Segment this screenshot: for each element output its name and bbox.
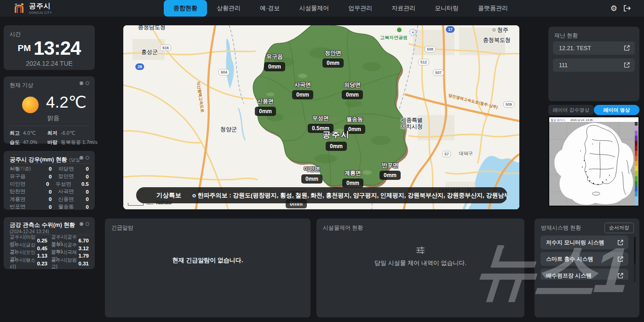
nav-tab[interactable]: 시설물제어 bbox=[289, 0, 339, 17]
weather-stat: 최저-6.0℃ bbox=[47, 130, 98, 137]
radar-tab[interactable]: 레이더 영상 bbox=[594, 105, 639, 115]
map-region-rainfall-label: 의당면 0mm bbox=[342, 81, 363, 99]
system-panel-title: 방재시스템 현황 bbox=[541, 224, 581, 232]
emergency-alarm-panel: 긴급알람 현재 긴급알람이 없습니다. bbox=[105, 218, 310, 317]
map-region-rainfall-label: 반포면 0mm bbox=[380, 161, 401, 180]
map-city-label: 대덕구 bbox=[459, 150, 473, 157]
carousel-dot[interactable] bbox=[80, 156, 83, 160]
external-link-icon[interactable] bbox=[623, 45, 630, 52]
sun-weather-icon bbox=[22, 97, 39, 113]
disaster-status-panel: 재난 현황 12.21. TEST 111 bbox=[548, 27, 639, 101]
gongju-city-logo-icon bbox=[13, 2, 25, 14]
carousel-dot[interactable] bbox=[86, 81, 89, 85]
carousel-dot[interactable] bbox=[80, 81, 83, 85]
current-date: 2024.12.24 TUE bbox=[4, 60, 95, 67]
top-navigation-bar: 공주시 GONGJU CITY 종합현황 상황관리 예·경보 시설물제어 업무관… bbox=[0, 0, 644, 17]
map-city-label: 홍성군 bbox=[141, 48, 158, 56]
logout-icon[interactable] bbox=[623, 5, 631, 12]
time-meridiem: PM bbox=[18, 43, 31, 53]
nav-tab[interactable]: 종합현황 bbox=[164, 0, 207, 17]
highway-name-label: 당진영덕고속도로(청주·상주) bbox=[448, 93, 498, 110]
settings-gear-icon[interactable]: ⚙ bbox=[610, 5, 617, 12]
map-region-rainfall-label: 정안면 0mm bbox=[322, 49, 344, 68]
road-number-shield: 507 bbox=[433, 69, 444, 76]
map-city-label: 고복자연공원 bbox=[380, 34, 408, 41]
waterlevel-panel-title: 금강 관측소 수위(m) 현황 bbox=[10, 222, 75, 228]
logo-subtitle: GONGJU CITY bbox=[29, 11, 52, 14]
external-link-icon[interactable] bbox=[623, 62, 630, 69]
rainfall-table: 시청0의당면0 유구읍0정안면0 이인면0우성면0.5 탄천면0사곡면0 계룡면… bbox=[10, 165, 89, 211]
nav-tab[interactable]: 업무관리 bbox=[339, 0, 382, 17]
weather-stat: 최고4.0℃ bbox=[10, 130, 47, 137]
alarm-empty-message: 현재 긴급알람이 없습니다. bbox=[105, 256, 310, 264]
road-number-shield: 509 bbox=[503, 101, 514, 108]
map-region-rainfall-label: 유구읍 0mm bbox=[264, 53, 285, 71]
map-region-rainfall-label: 신풍면 0mm bbox=[255, 98, 276, 116]
system-scrollbar bbox=[634, 237, 636, 282]
sliders-icon bbox=[415, 245, 426, 255]
weather-stat: 습도47.0% bbox=[10, 139, 47, 146]
map-scale-bar bbox=[128, 203, 144, 206]
weather-stat: 바람동북동풍 1.7m/s bbox=[47, 139, 98, 146]
road-number-shield: 512 bbox=[418, 59, 429, 65]
dashboard-root: 공주시 GONGJU CITY 종합현황 상황관리 예·경보 시설물제어 업무관… bbox=[0, 0, 644, 322]
external-link-icon[interactable] bbox=[617, 256, 624, 263]
carousel-dot[interactable] bbox=[86, 156, 89, 160]
rainfall-row: 이인면0우성면0.5 bbox=[10, 180, 89, 188]
waterlevel-panel-subtitle: (2024-12-24 13:24) bbox=[10, 229, 81, 234]
carousel-dot[interactable] bbox=[80, 222, 83, 226]
weather-stats: 최고4.0℃ 최저-6.0℃ 습도47.0% 바람동북동풍 1.7m/s bbox=[10, 130, 90, 146]
map-city-label: 청양군 bbox=[220, 126, 237, 133]
kakao-logo[interactable]: kakao bbox=[156, 199, 172, 206]
rainfall-row: 유구읍0정안면0 bbox=[10, 173, 89, 181]
external-link-icon[interactable] bbox=[617, 239, 624, 246]
radar-image: 합성 레이더 2024.12.24. 13:45 bbox=[548, 116, 639, 207]
system-item[interactable]: 배수펌프장 시스템 bbox=[540, 269, 628, 280]
nav-tab[interactable]: 상황관리 bbox=[207, 0, 250, 17]
road-number-shield: 616 bbox=[160, 45, 171, 51]
save-order-button[interactable]: 순서저장 bbox=[604, 223, 634, 233]
weather-alert-ticker: 기상특보 o 한파주의보 : 강원도(평창평지, 횡성, 철원, 화천, 홍천평… bbox=[136, 187, 507, 203]
nav-tab[interactable]: 플랫폼관리 bbox=[468, 0, 518, 17]
svg-text:합성 레이더: 합성 레이더 bbox=[551, 119, 565, 122]
road-number-shield: 29 bbox=[135, 63, 144, 70]
logo-title: 공주시 bbox=[29, 2, 52, 11]
map-scale-label: 4km bbox=[146, 201, 153, 206]
road-number-shield: 604 bbox=[218, 69, 230, 75]
waterlevel-row: 공주시(평소리)0.23공주시(장원교)0.31 bbox=[10, 260, 89, 268]
time-panel: 시간 PM13:24 2024.12.24 TUE bbox=[4, 25, 95, 70]
radar-tab[interactable]: 레이더 강수영상 bbox=[548, 105, 594, 115]
system-item[interactable]: 저수지 모니터링 시스템 bbox=[540, 236, 628, 249]
external-link-icon[interactable] bbox=[617, 272, 624, 279]
app-logo[interactable]: 공주시 GONGJU CITY bbox=[13, 2, 52, 14]
svg-text:2024.12.24. 13:45: 2024.12.24. 13:45 bbox=[570, 119, 593, 121]
disaster-system-panel: 방재시스템 현황 순서저장 저수지 모니터링 시스템 스마트 홍수 시스템 배수… bbox=[535, 218, 639, 317]
map-city-label: 청주 bbox=[493, 26, 508, 34]
system-item[interactable]: 스마트 홍수 시스템 bbox=[540, 252, 628, 266]
disaster-item[interactable]: 111 bbox=[553, 58, 635, 72]
map-region-rainfall-label: 공주시 0mm bbox=[322, 129, 350, 151]
nav-tab[interactable]: 자료관리 bbox=[382, 0, 425, 17]
locate-control-icon[interactable] bbox=[409, 29, 416, 36]
rainfall-row: 반포면0월송동0 bbox=[10, 203, 89, 211]
carousel-dot[interactable] bbox=[86, 222, 89, 226]
ticker-text: o 한파주의보 : 강원도(평창평지, 횡성, 철원, 화천, 홍천평지, 양구… bbox=[192, 191, 507, 200]
nav-tabs: 종합현황 상황관리 예·경보 시설물제어 업무관리 자료관리 모니터링 플랫폼관… bbox=[164, 0, 518, 17]
highway-name-label: 익산평택고속도로 bbox=[195, 81, 205, 113]
rainfall-row: 시청0의당면0 bbox=[10, 165, 89, 173]
rainfall-panel: 공주시 강우(mm) 현황 (당일 누적 기준) 시청0의당면0 유구읍0정안면… bbox=[4, 151, 95, 210]
kakao-map[interactable]: 충청남도청 홍성군 청양군 고복자연공원 청주 충청북도청 세종특별 자치시청 … bbox=[123, 25, 519, 209]
ticker-title: 기상특보 bbox=[136, 191, 192, 200]
nav-tab[interactable]: 모니터링 bbox=[425, 0, 468, 17]
map-city-label: 자치시청 bbox=[401, 123, 423, 131]
map-city-label: 충청남도청 bbox=[138, 25, 166, 31]
road-number-shield: 17 bbox=[446, 26, 454, 33]
rainfall-panel-title: 공주시 강우(mm) 현황 bbox=[10, 156, 67, 163]
rainfall-row: 계룡면0신풍면0 bbox=[10, 196, 89, 203]
scrollbar-thumb[interactable] bbox=[634, 237, 636, 264]
weather-panel: 현재 기상 4.2℃ 맑음 최고4.0℃ 최저-6.0℃ 습도47.0% 바람동… bbox=[4, 76, 95, 144]
nav-tab[interactable]: 예·경보 bbox=[250, 0, 289, 17]
map-city-label: 충청북도청 bbox=[483, 36, 511, 44]
disaster-item[interactable]: 12.21. TEST bbox=[553, 41, 635, 55]
map-region-rainfall-label: 계룡면 0mm bbox=[342, 169, 363, 188]
